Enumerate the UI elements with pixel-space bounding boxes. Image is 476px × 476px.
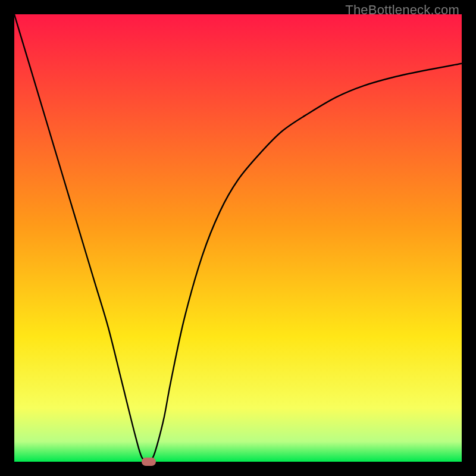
bottleneck-chart — [14, 14, 462, 462]
chart-frame — [14, 14, 462, 462]
watermark-text: TheBottleneck.com — [345, 2, 459, 18]
optimal-point-marker — [142, 458, 156, 466]
